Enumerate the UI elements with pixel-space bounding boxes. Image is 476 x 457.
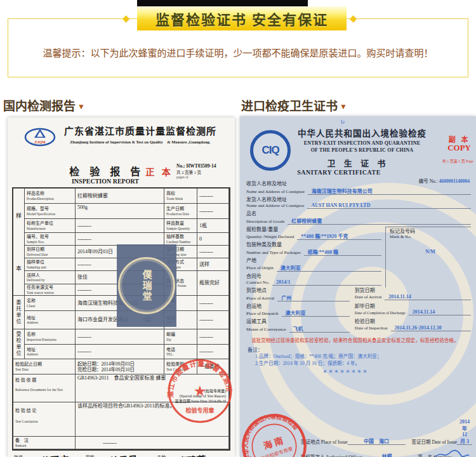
field-label: 备 注Remark <box>13 437 76 449</box>
group-label-client: 委托单位 <box>13 296 25 329</box>
field-goods: 品名 Description of Goods红柳桉树蜂蜜 <box>246 211 471 225</box>
field-contract: 合同号 Contract No.2014/1 <box>246 274 381 286</box>
signature-row: 批准:Approved By黄国方 日期 (Date)2014-09-10 审核… <box>14 453 228 457</box>
remark-line-2: 2.生产日期：2014 年 10 月 16 日；保质期：4 年。 <box>255 360 471 367</box>
certificate-body: 收货人名称及地址 Name and Address of Consignee海南… <box>246 181 471 374</box>
certificate-org-name: 中华人民共和国出入境检验检疫 <box>291 126 433 139</box>
field-label: 检验起止日期Test Date <box>13 359 76 374</box>
field-value: ——— <box>197 189 229 204</box>
quarantine-stamp-icon: 中华人民共和国出入境检验检疫 海 南 检验检疫专用章 <box>240 412 308 457</box>
field-arrival-date: 到货日期 Date of Arrival2014.11.14 <box>355 288 471 301</box>
stamp-notes: (检验专用章) (Special stamp of Test Report) 签… <box>118 389 226 404</box>
field-quantity: 报检数量/重量 Quantity /Weight Declared**400 箱… <box>246 227 381 241</box>
report-org-name-en: Zhanjiang Institute of Supervision & Tes… <box>57 138 223 145</box>
field-value: ——— <box>76 345 164 359</box>
certificate-org-en1: ENTRY-EXIT INSPECTION AND QUARANTINE <box>291 140 433 146</box>
diamond-icon: ◆ <box>350 13 357 23</box>
caret-down-icon: ▼ <box>340 102 347 111</box>
field-label: 名称Inspection Enterprise <box>25 329 76 345</box>
signature-handwriting <box>434 449 470 457</box>
field-value: 1瓶 <box>197 219 229 233</box>
field-packages: 包装种类及数量 Number and Type of Packages纸箱/**… <box>246 242 381 256</box>
field-mark-no: 标记及号码 Mark & No. N/M <box>385 227 471 288</box>
field-value: ——— <box>197 204 229 219</box>
original-copy-mark: 正 本 <box>145 168 173 177</box>
field-label: 地址Address <box>25 345 76 359</box>
field-value: ——— <box>76 233 164 246</box>
copy-mark: 副 本 COPY <box>447 134 471 153</box>
field-value: ——— <box>197 329 229 345</box>
inspection-report-document: ZJQM 广东省湛江市质量计量监督检测所 Zhanjiang Institute… <box>8 117 235 457</box>
report-pages-en: pages of <box>176 175 231 179</box>
field-label: 抽样单位Sampling unit <box>25 258 76 271</box>
field-label: 任务来源文号Task source textion <box>25 284 76 296</box>
certificate-number: 编号 No.: 4600001140004 <box>419 177 470 184</box>
field-label: 检 验 依 据Reference Documents for the Test <box>13 374 76 402</box>
field-value: 送样 <box>197 258 229 271</box>
field-value: ——— <box>76 329 164 345</box>
section-title-domestic-report[interactable]: 国内检测报告▼ <box>3 96 85 114</box>
remark-label: 备注： <box>248 346 471 353</box>
certificate-title: 卫 生 证 书 SANITARY CERTIFICATE <box>240 157 476 176</box>
promo-page: ◆ ◆ 监督检验证书 安全有保证 温馨提示：以下为此次蜂蜜的进口手续证明，少一项… <box>0 0 476 457</box>
field-arrival-place: 到货地点 Place of Arrival广州 <box>246 288 350 301</box>
company-seal-watermark: 僕瑞堂 <box>117 244 176 327</box>
svg-text:检验专用章: 检验专用章 <box>185 407 214 414</box>
diamond-icon: ◆ <box>122 13 130 23</box>
field-label: 生产日期Production Date <box>164 204 197 219</box>
banner-title: 监督检验证书 安全有保证 <box>155 8 328 29</box>
field-value: 0 <box>197 233 229 246</box>
field-label: 标称生产单位Manufacturer <box>25 219 76 233</box>
field-value: 500g <box>76 204 164 219</box>
report-number: No.: HWT03509-14 <box>176 163 231 169</box>
group-label-sample: 样本 <box>13 189 25 296</box>
field-despatch-place: 启运地 Place of Despatch澳大利亚 <box>246 303 350 317</box>
group-label-inspected: 受检单位 <box>13 329 25 359</box>
handwritten-name: 廖建萌 <box>176 452 205 457</box>
separator-stars: ＊＊＊＊＊＊＊＊ <box>322 368 471 374</box>
field-value: ——— <box>197 246 229 258</box>
field-consignor: 发货人名称及地址 Name and Address of ConsignorAU… <box>246 197 471 209</box>
field-value: 红柳桉树蜂蜜 <box>76 189 164 204</box>
field-conveyance: 运输工具 Means of Conveyance飞机 <box>246 319 350 333</box>
sanitary-certificate-document: 1r CIQ 中华人民共和国出入境检验检疫 ENTRY-EXIT INSPECT… <box>240 116 476 457</box>
zjqm-logo-icon: ZJQM <box>24 126 56 148</box>
notice-text: 温馨提示：以下为此次蜂蜜的进口手续证明，少一项都不能确保是原装进口。购买时请查明… <box>43 46 433 59</box>
field-label: 检 验 结 论Test Conclusion <box>13 402 76 437</box>
banner: 监督检验证书 安全有保证 <box>137 6 347 30</box>
field-value: ——— <box>197 296 229 311</box>
report-header: ZJQM 广东省湛江市质量计量监督检测所 Zhanjiang Institute… <box>8 117 235 163</box>
report-org-name: 广东省湛江市质量计量监督检测所 <box>57 124 223 137</box>
report-title-row: 检 验 报 告正 本 No.: HWT03509-14 共 2 页第 1 页 p… <box>8 163 235 180</box>
field-value: 瓶装完好 <box>197 271 229 296</box>
certificate-header: 中华人民共和国出入境检验检疫 ENTRY-EXIT INSPECTION AND… <box>291 116 433 153</box>
report-title: 检 验 报 告 <box>69 166 144 177</box>
field-label: 样品数量Sample Quantity <box>164 219 197 233</box>
field-label: 抽样基数Cardinal Number <box>164 233 197 246</box>
caret-down-icon: ▼ <box>77 102 85 111</box>
certificate-pages: 共 1 页第 1 页 Page <box>442 158 473 164</box>
field-label: 样品名称ProductDescription <box>25 189 76 204</box>
svg-text:ZJQM: ZJQM <box>34 140 46 144</box>
banner-top-strip <box>137 0 308 6</box>
signature-tested: 主检:Tested By廖建萌 日期 (Date)2014-09-10 <box>157 453 228 457</box>
field-label: 规格、型号Model/Specification <box>25 204 76 219</box>
field-label: 编号、批号Sample Nos. <box>25 233 76 246</box>
field-value: 起始日期：2014年09月03日完检日期：2014年09月10日 <box>76 359 164 374</box>
signature-verified: 审核:Verified By曾丹丹 日期 (Date)2014-09-10 <box>86 453 157 457</box>
section-title-import-certificate[interactable]: 进口检疫卫生证书▼ <box>241 96 347 114</box>
section-title-label: 国内检测报告 <box>3 100 76 113</box>
certificate-org-en2: OF THE PEOPLE'S REPUBLIC OF CHINA <box>291 147 433 153</box>
section-title-label: 进口检疫卫生证书 <box>241 100 338 113</box>
signature-approved: 批准:Approved By黄国方 日期 (Date)2014-09-10 <box>14 453 86 457</box>
field-origin: 产地 Place of Origin澳大利亚 <box>246 258 381 272</box>
report-pages: 共 2 页第 1 页 <box>176 169 231 175</box>
field-label: 地址Address <box>25 311 76 329</box>
report-number-block: No.: HWT03509-14 共 2 页第 1 页 pages of <box>176 163 231 179</box>
inspection-statement: 该批货物经过现场查验和实验室检验，结果符合我国相关食品安全标准之规定，标签经检验… <box>251 338 471 344</box>
field-value: ——— <box>76 437 229 449</box>
field-label: 到样日期Delivered Date <box>25 246 76 258</box>
field-inspection-date: 检验日期 Date of Inspection2014.11.26-2014.1… <box>355 319 471 333</box>
field-label: 商标Trade Mark <box>164 189 197 204</box>
pen-annotation: 1r <box>340 119 345 125</box>
